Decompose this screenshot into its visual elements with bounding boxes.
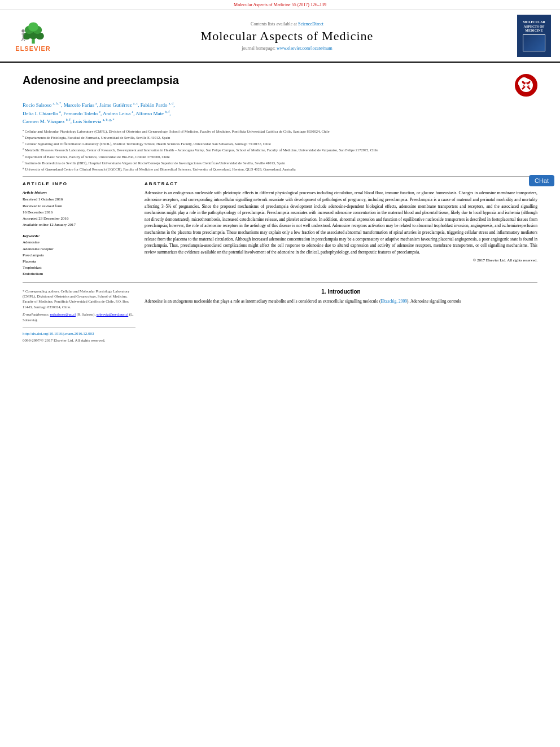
article-info-header: ARTICLE INFO [23, 181, 135, 186]
contents-link: Contents lists available at ScienceDirec… [57, 21, 517, 27]
authors-list: Rocío Salsoso a, b, *, Marcelo Farías a,… [23, 101, 537, 126]
elsevier-wordmark: ELSEVIER [15, 45, 50, 52]
keyword-5: Trophoblast [23, 265, 135, 271]
doi-link[interactable]: http://dx.doi.org/10.1016/j.mam.2016.12.… [23, 331, 135, 337]
chat-button[interactable]: CHat [529, 175, 554, 186]
abstract-text: Adenosine is an endogenous nucleoside wi… [145, 190, 537, 255]
divider-1 [23, 176, 537, 177]
keyword-6: Endothelium [23, 271, 135, 277]
introduction-text: Adenosine is an endogenous nucleoside th… [145, 298, 537, 305]
received-date: Received 1 October 2016 [23, 197, 63, 202]
cover-image-art [523, 34, 545, 51]
introduction-column: 1. Introduction Adenosine is an endogeno… [145, 289, 537, 344]
crossmark-badge: Cross Mark [515, 74, 537, 97]
email-link-1[interactable]: mdsalsoso@uc.cl [50, 312, 76, 316]
journal-homepage-url[interactable]: www.elsevier.com/locate/mam [277, 46, 333, 51]
email-addresses: E-mail addresses: mdsalsoso@uc.cl (R. Sa… [23, 312, 135, 322]
article-history: Article history: Received 1 October 2016… [23, 190, 135, 228]
keyword-2: Adenosine receptor [23, 246, 135, 252]
citation-bar: Molecular Aspects of Medicine 55 (2017) … [0, 0, 560, 10]
journal-header: ELSEVIER Contents lists available at Sci… [0, 10, 560, 63]
article-info-column: ARTICLE INFO Article history: Received 1… [23, 181, 135, 277]
keyword-4: Placenta [23, 259, 135, 265]
citation-eltzschig[interactable]: Eltzschig, 2009 [380, 299, 407, 304]
footnotes-column: * Corresponding authors. Cellular and Mo… [23, 289, 135, 344]
copyright-notice: © 2017 Elsevier Ltd. All rights reserved… [145, 258, 537, 263]
article-title: Adenosine and preeclampsia [23, 74, 179, 87]
email-link-2[interactable]: sobrevia@med.puc.cl [97, 312, 129, 316]
bottom-section: * Corresponding authors. Cellular and Mo… [23, 289, 537, 344]
corresponding-author-note: * Corresponding authors. Cellular and Mo… [23, 289, 135, 310]
accepted-date: Accepted 23 December 2016 [23, 216, 68, 221]
svg-point-6 [28, 23, 38, 32]
received-revised-label: Received in revised form [23, 204, 63, 208]
sciencedirect-link[interactable]: ScienceDirect [298, 21, 323, 27]
section-title: 1. Introduction [145, 289, 537, 295]
elsevier-logo: ELSEVIER [9, 20, 57, 52]
header-center: Contents lists available at ScienceDirec… [57, 21, 517, 51]
abstract-header: ABSTRACT [145, 181, 537, 186]
revised-date: 16 December 2016 [23, 210, 53, 215]
main-content: Adenosine and preeclampsia Cross Mark Ro… [0, 63, 560, 349]
article-title-section: Adenosine and preeclampsia Cross Mark [23, 68, 537, 97]
cover-text: MOLECULARASPECTS OFMEDICINE [523, 20, 545, 33]
journal-title: Molecular Aspects of Medicine [57, 29, 517, 43]
keyword-3: Preeclampsia [23, 252, 135, 259]
keywords-section: Keywords: Adenosine Adenosine receptor P… [23, 234, 135, 277]
elsevier-tree-icon [14, 20, 53, 45]
divider-2 [23, 282, 537, 283]
citation-text: Molecular Aspects of Medicine 55 (2017) … [234, 2, 326, 7]
abstract-column: ABSTRACT Adenosine is an endogenous nucl… [145, 181, 537, 277]
keyword-1: Adenosine [23, 239, 135, 246]
keywords-label: Keywords: [23, 234, 135, 238]
footer-bar: http://dx.doi.org/10.1016/j.mam.2016.12.… [23, 327, 135, 343]
online-date: Available online 12 January 2017 [23, 222, 76, 227]
svg-point-18 [524, 84, 528, 87]
history-label: Article history: [23, 190, 135, 196]
info-abstract-section: ARTICLE INFO Article history: Received 1… [23, 181, 537, 277]
homepage-link: journal homepage: www.elsevier.com/locat… [57, 46, 517, 51]
svg-point-7 [21, 29, 24, 32]
journal-cover-image: MOLECULARASPECTS OFMEDICINE [517, 15, 551, 57]
issn-text: 0098-2997/© 2017 Elsevier Ltd. All right… [23, 338, 135, 343]
svg-line-10 [21, 38, 23, 41]
affiliations-list: a Cellular and Molecular Physiology Labo… [23, 128, 537, 172]
